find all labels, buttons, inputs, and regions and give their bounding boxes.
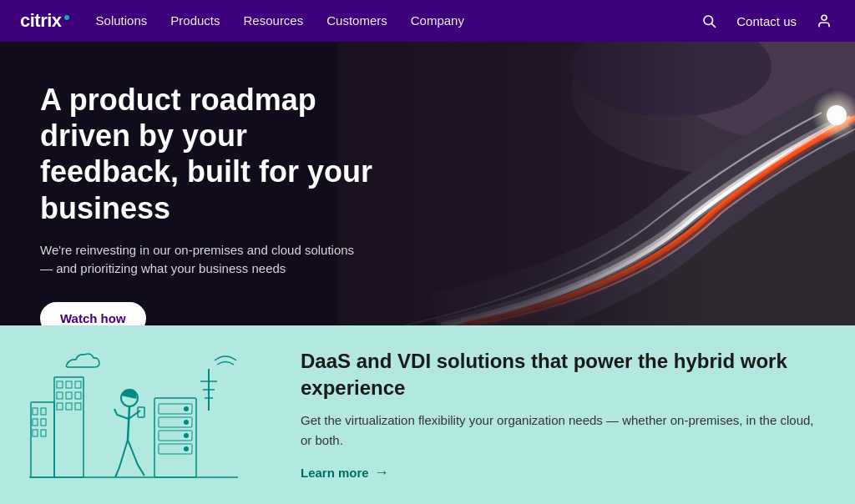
- svg-rect-14: [41, 419, 46, 426]
- nav-item-company[interactable]: Company: [411, 13, 464, 28]
- user-icon: [817, 13, 832, 28]
- contact-link[interactable]: Contact us: [736, 14, 797, 28]
- nav-item-solutions[interactable]: Solutions: [96, 13, 148, 28]
- hero-title: A product roadmap driven by your feedbac…: [40, 82, 394, 226]
- svg-rect-21: [57, 392, 63, 399]
- svg-rect-22: [66, 392, 72, 399]
- nav-links: Solutions Products Resources Customers C…: [96, 13, 464, 28]
- svg-point-35: [184, 446, 189, 451]
- illustration-area: [0, 325, 267, 504]
- svg-line-1: [712, 23, 716, 27]
- nav-link-customers[interactable]: Customers: [326, 13, 387, 28]
- logo-text: citrix: [20, 10, 62, 32]
- svg-rect-25: [66, 403, 72, 410]
- search-button[interactable]: [698, 10, 720, 32]
- svg-rect-11: [33, 408, 38, 415]
- svg-point-32: [184, 406, 189, 411]
- daas-content: DaaS and VDI solutions that power the hy…: [267, 323, 855, 504]
- svg-rect-16: [41, 430, 46, 436]
- svg-rect-13: [33, 419, 38, 426]
- svg-rect-19: [66, 381, 72, 388]
- nav-item-customers[interactable]: Customers: [326, 13, 387, 28]
- watch-how-button[interactable]: Watch how: [40, 302, 146, 325]
- hero-section: A product roadmap driven by your feedbac…: [0, 42, 855, 325]
- daas-illustration: [21, 335, 246, 494]
- nav-link-solutions[interactable]: Solutions: [96, 13, 148, 28]
- svg-point-33: [184, 420, 189, 425]
- svg-rect-15: [33, 430, 38, 436]
- search-icon: [701, 13, 716, 28]
- navbar-right: Contact us: [698, 10, 835, 32]
- svg-rect-18: [57, 381, 63, 388]
- nav-link-products[interactable]: Products: [170, 13, 220, 28]
- svg-point-34: [184, 433, 189, 438]
- arrow-icon: →: [374, 464, 389, 481]
- navbar: citrix Solutions Products Resources Cust…: [0, 0, 855, 42]
- learn-more-label: Learn more: [301, 466, 369, 480]
- daas-subtitle: Get the virtualization flexibility your …: [301, 411, 822, 451]
- user-button[interactable]: [813, 10, 835, 32]
- hero-content: A product roadmap driven by your feedbac…: [0, 42, 434, 325]
- logo: citrix: [20, 10, 69, 32]
- nav-link-company[interactable]: Company: [411, 13, 464, 28]
- svg-rect-23: [75, 392, 81, 399]
- daas-title: DaaS and VDI solutions that power the hy…: [301, 348, 822, 400]
- svg-rect-26: [75, 403, 81, 410]
- svg-point-2: [822, 15, 827, 20]
- nav-link-resources[interactable]: Resources: [244, 13, 304, 28]
- hero-subtitle: We're reinvesting in our on-premises and…: [40, 241, 357, 279]
- svg-rect-12: [41, 408, 46, 415]
- svg-rect-10: [31, 402, 54, 477]
- logo-dot: [64, 15, 69, 20]
- navbar-left: citrix Solutions Products Resources Cust…: [20, 10, 464, 32]
- daas-section: DaaS and VDI solutions that power the hy…: [0, 325, 855, 504]
- nav-item-products[interactable]: Products: [170, 13, 220, 28]
- svg-rect-20: [75, 381, 81, 388]
- svg-rect-27: [154, 398, 196, 477]
- svg-rect-24: [57, 403, 63, 410]
- learn-more-link[interactable]: Learn more →: [301, 464, 389, 481]
- nav-item-resources[interactable]: Resources: [244, 13, 304, 28]
